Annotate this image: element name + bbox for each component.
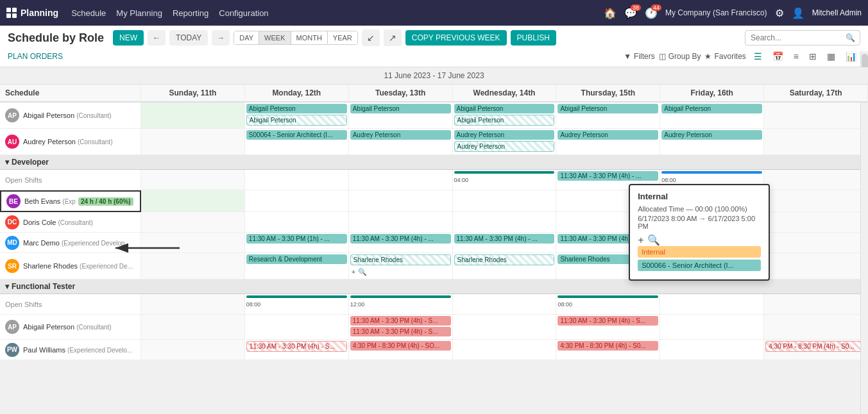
year-view-btn[interactable]: YEAR: [328, 31, 357, 44]
open-func-sun[interactable]: [141, 294, 245, 315]
cell-doris-mon[interactable]: [245, 212, 349, 233]
cell-paul-wed[interactable]: [453, 340, 557, 360]
cell-audrey-fri[interactable]: Audrey Peterson: [660, 129, 764, 155]
open-dev-sat[interactable]: [764, 170, 868, 190]
cell-doris-tue[interactable]: [349, 212, 453, 233]
favorites-button[interactable]: ★ Favorites: [704, 52, 745, 61]
open-func-wed[interactable]: [453, 294, 557, 315]
cell-marc-mon[interactable]: 11:30 AM - 3:30 PM (1h) - ...: [245, 233, 349, 253]
clock-icon[interactable]: 🕐 44: [645, 7, 658, 19]
open-dev-wed[interactable]: 04:00: [453, 170, 557, 190]
cell-sharlene-sat[interactable]: [764, 253, 868, 279]
settings-icon[interactable]: ⚙: [775, 7, 784, 19]
cell-abigail-f-sat[interactable]: [764, 315, 868, 340]
grid-view-icon[interactable]: ⊞: [805, 49, 821, 64]
filters-button[interactable]: ▼ Filters: [624, 52, 655, 61]
zoom-in-btn[interactable]: ↗: [384, 29, 402, 46]
open-func-fri[interactable]: [660, 294, 764, 315]
cell-audrey-thu[interactable]: Audrey Peterson: [556, 129, 660, 155]
open-func-sat[interactable]: [764, 294, 868, 315]
calendar-view-icon[interactable]: 📅: [769, 49, 787, 64]
plan-orders-link[interactable]: PLAN ORDERS: [8, 52, 63, 61]
tooltip-shift-internal[interactable]: Internal: [638, 246, 761, 258]
messages-icon[interactable]: 💬 38: [624, 7, 637, 19]
tooltip-add-btn[interactable]: +: [638, 234, 643, 246]
month-view-btn[interactable]: MONTH: [291, 31, 328, 44]
cell-audrey-sat[interactable]: [764, 129, 868, 155]
zoom-icon-sharlene[interactable]: 🔍: [358, 268, 367, 276]
shift-audrey-tue[interactable]: Audrey Peterson: [350, 130, 451, 140]
cell-marc-tue[interactable]: 11:30 AM - 3:30 PM (4h) - ...: [349, 233, 453, 253]
cell-doris-sat[interactable]: [764, 212, 868, 233]
cell-paul-mon[interactable]: 11:30 AM - 3:30 PM (4h) - S...: [245, 340, 349, 360]
cell-beth-tue[interactable]: [349, 190, 453, 212]
cell-audrey-wed[interactable]: Audrey Peterson Audrey Peterson: [453, 129, 557, 155]
shift-paul-tue[interactable]: 4:30 PM - 8:30 PM (4h) - SO...: [350, 341, 451, 351]
nav-my-planning[interactable]: My Planning: [116, 8, 162, 18]
shift-abigail-mon-2[interactable]: Abigail Peterson: [246, 115, 347, 126]
search-input[interactable]: [745, 30, 860, 46]
shift-abigail-f-tue-1[interactable]: 11:30 AM - 3:30 PM (4h) - S...: [350, 316, 451, 326]
cell-beth-sun[interactable]: [141, 190, 245, 212]
cell-marc-sat[interactable]: [764, 233, 868, 253]
cell-audrey-sun[interactable]: [141, 129, 245, 155]
shift-marc-mon[interactable]: 11:30 AM - 3:30 PM (1h) - ...: [246, 234, 347, 244]
cell-abigail-c-mon[interactable]: Abigail Peterson Abigail Peterson: [245, 103, 349, 129]
nav-configuration[interactable]: Configuration: [219, 8, 268, 18]
shift-abigail-tue[interactable]: Abigail Peterson: [350, 104, 451, 113]
cell-abigail-f-mon[interactable]: [245, 315, 349, 340]
cell-abigail-c-sat[interactable]: [764, 103, 868, 129]
open-shift-thu[interactable]: 11:30 AM - 3:30 PM (4h) - ...: [557, 171, 658, 181]
shift-abigail-f-thu[interactable]: 11:30 AM - 3:30 PM (4h) - S...: [557, 316, 658, 326]
cell-abigail-f-fri[interactable]: [660, 315, 764, 340]
cell-abigail-c-thu[interactable]: Abigail Peterson: [556, 103, 660, 129]
shift-abigail-wed-2[interactable]: Abigail Peterson: [454, 115, 555, 126]
shift-abigail-wed-1[interactable]: Abigail Peterson: [454, 104, 555, 113]
nav-schedule[interactable]: Schedule: [71, 8, 106, 18]
chart-view-icon[interactable]: 📊: [842, 49, 860, 64]
open-dev-mon[interactable]: [245, 170, 349, 190]
cell-beth-fri[interactable]: Internal Allocated Time — 00:00 (100.00%…: [660, 190, 764, 212]
zoom-out-btn[interactable]: ↙: [362, 29, 380, 46]
next-button[interactable]: →: [212, 30, 230, 46]
shift-audrey-fri[interactable]: Audrey Peterson: [661, 130, 762, 140]
cell-sharlene-mon[interactable]: Research & Development: [245, 253, 349, 279]
cell-marc-wed[interactable]: 11:30 AM - 3:30 PM (4h) - ...: [453, 233, 557, 253]
shift-abigail-thu[interactable]: Abigail Peterson: [557, 104, 658, 113]
table-view-icon[interactable]: ▦: [823, 49, 839, 64]
activity-icon[interactable]: 🏠: [604, 7, 617, 19]
add-icon-sharlene[interactable]: +: [352, 268, 355, 276]
cell-audrey-mon[interactable]: S00064 - Senior Architect (I...: [245, 129, 349, 155]
new-button[interactable]: NEW: [113, 30, 144, 46]
shift-paul-mon[interactable]: 11:30 AM - 3:30 PM (4h) - S...: [246, 341, 347, 352]
shift-sharlene-wed[interactable]: Sharlene Rhodes: [454, 254, 555, 265]
nav-reporting[interactable]: Reporting: [173, 8, 208, 18]
group-by-button[interactable]: ◫ Group By: [659, 52, 701, 61]
today-button[interactable]: TODAY: [169, 30, 208, 46]
shift-abigail-mon-1[interactable]: Abigail Peterson: [246, 104, 347, 113]
cell-abigail-c-tue[interactable]: Abigail Peterson: [349, 103, 453, 129]
cell-beth-mon[interactable]: [245, 190, 349, 212]
publish-button[interactable]: PUBLISH: [511, 30, 556, 46]
shift-audrey-wed-1[interactable]: Audrey Peterson: [454, 130, 555, 140]
tooltip-shift-s00066[interactable]: S00066 - Senior Architect (I...: [638, 260, 761, 271]
user-avatar[interactable]: 👤: [792, 7, 804, 19]
open-func-thu[interactable]: 08:00: [556, 294, 660, 315]
shift-marc-tue[interactable]: 11:30 AM - 3:30 PM (4h) - ...: [350, 234, 451, 244]
cell-paul-tue[interactable]: 4:30 PM - 8:30 PM (4h) - SO...: [349, 340, 453, 360]
cell-abigail-f-tue[interactable]: 11:30 AM - 3:30 PM (4h) - S... 11:30 AM …: [349, 315, 453, 340]
day-view-btn[interactable]: DAY: [234, 31, 259, 44]
open-dev-tue[interactable]: [349, 170, 453, 190]
cell-beth-sat[interactable]: [764, 190, 868, 212]
rows-view-icon[interactable]: ≡: [790, 49, 803, 64]
cell-paul-thu[interactable]: 4:30 PM - 8:30 PM (4h) - S0...: [556, 340, 660, 360]
shift-audrey-wed-2[interactable]: Audrey Peterson: [454, 141, 555, 152]
shift-marc-wed[interactable]: 11:30 AM - 3:30 PM (4h) - ...: [454, 234, 555, 244]
shift-paul-sat[interactable]: 4:30 PM - 8:30 PM (4h) - S0...: [765, 341, 866, 352]
cell-sharlene-tue[interactable]: Sharlene Rhodes + 🔍: [349, 253, 453, 279]
cell-audrey-tue[interactable]: Audrey Peterson: [349, 129, 453, 155]
shift-sharlene-tue[interactable]: Sharlene Rhodes: [350, 254, 451, 265]
cell-sharlene-wed[interactable]: Sharlene Rhodes: [453, 253, 557, 279]
cell-abigail-c-sun[interactable]: [141, 103, 245, 129]
cell-paul-fri[interactable]: [660, 340, 764, 360]
